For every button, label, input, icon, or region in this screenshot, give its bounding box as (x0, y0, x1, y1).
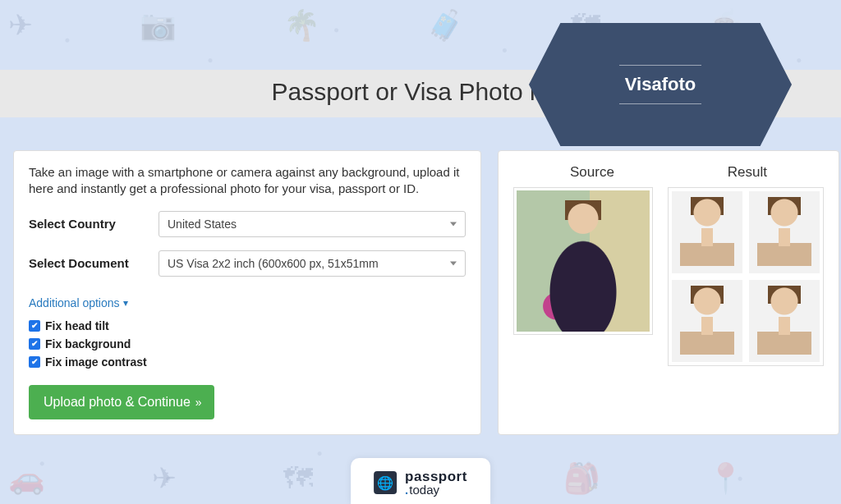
document-select-value: US Visa 2x2 inch (600x600 px, 51x51mm (168, 257, 379, 270)
fix-contrast-checkbox[interactable]: ✔ (29, 356, 40, 368)
brand-card: 🌐 passport today (351, 458, 490, 504)
source-heading: Source (570, 164, 614, 181)
intro-text: Take an image with a smartphone or camer… (29, 164, 466, 198)
source-photo-frame (513, 187, 653, 335)
fix-background-label: Fix background (45, 337, 131, 351)
result-photo-grid (668, 187, 824, 366)
country-select[interactable]: United States (159, 211, 466, 237)
document-select[interactable]: US Visa 2x2 inch (600x600 px, 51x51mm (159, 250, 466, 277)
brand-name-bottom: today (405, 483, 467, 496)
brand-name-top: passport (405, 470, 467, 483)
globe-icon: 🌐 (374, 471, 397, 494)
fix-background-checkbox[interactable]: ✔ (29, 338, 40, 350)
result-photo (749, 280, 820, 362)
badge-label: Visafoto (625, 74, 696, 95)
chevron-down-icon: ▾ (123, 297, 128, 309)
country-select-value: United States (168, 218, 237, 231)
source-photo (517, 190, 650, 332)
result-photo (672, 191, 742, 273)
upload-continue-button[interactable]: Upload photo & Continue » (29, 385, 214, 419)
result-heading: Result (728, 164, 767, 181)
additional-options-toggle[interactable]: Additional options ▾ (29, 296, 128, 309)
fix-contrast-label: Fix image contrast (45, 355, 147, 369)
fix-head-tilt-checkbox[interactable]: ✔ (29, 320, 40, 332)
upload-panel: Take an image with a smartphone or camer… (13, 150, 481, 435)
badge: Visafoto (529, 23, 792, 146)
document-label: Select Document (29, 256, 144, 270)
result-photo (749, 191, 820, 273)
preview-panel: Source Result (498, 150, 839, 435)
fix-head-tilt-label: Fix head tilt (45, 319, 109, 332)
result-photo (672, 280, 742, 362)
additional-options-label: Additional options (29, 296, 120, 309)
upload-button-label: Upload photo & Continue (44, 395, 191, 410)
country-label: Select Country (29, 217, 144, 231)
chevron-right-icon: » (195, 396, 200, 409)
